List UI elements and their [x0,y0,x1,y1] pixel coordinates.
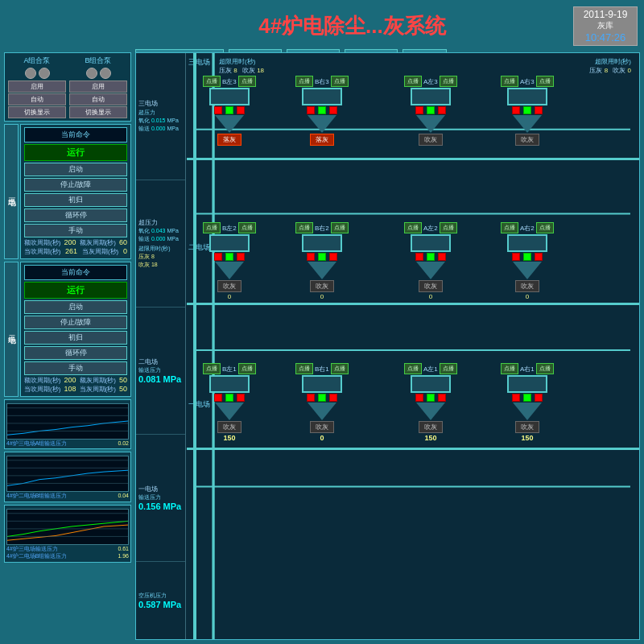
bl2-hopper [215,262,244,279]
pump-b-ind1 [86,68,97,79]
bl3-valves [203,106,256,114]
ar1-click[interactable]: 点播 [501,363,518,374]
pump-a-title: A组合泵 [8,56,66,66]
field3-btn-manual[interactable]: 手动 [24,224,127,237]
field3-btn-start[interactable]: 启动 [24,163,127,176]
bl3-valve2 [225,106,233,114]
pump-group-a: A组合泵 启用 自动 切换显示 [8,56,66,118]
bl2-click[interactable]: 点播 [203,222,221,233]
bl2-v1 [214,253,222,261]
pump-b-start[interactable]: 启用 [69,80,127,93]
chart2-svg [7,456,128,491]
field3-btn-col: 启动 停止/故障 初归 循环停 手动 [24,163,127,238]
bl1-play[interactable]: 点播 [238,363,256,374]
br2-play[interactable]: 点播 [331,222,349,233]
br2-btn[interactable]: 吹灰 [310,280,334,292]
br2-num: 0 [295,293,349,300]
br1-click[interactable]: 点播 [295,363,313,374]
field3-btn-loop[interactable]: 循环停 [24,208,127,222]
ar3-valves [501,106,554,114]
al1-btn[interactable]: 吹灰 [419,421,443,433]
hopper-b-left-2: 点播 B左2 点播 吹灰 0 [203,222,256,300]
ar3-action-btn[interactable]: 吹灰 [515,134,539,146]
al1-click[interactable]: 点播 [404,363,422,374]
pressure-1field: 一电场 输送压力 0.156 MPa [136,435,185,562]
bl3-click-btn[interactable]: 点播 [203,76,221,87]
br2-tank [302,234,342,252]
field1-pipe [187,448,639,450]
hopper-a-right-3: 点播 A右3 点播 吹灰 [501,76,554,147]
br1-hopper [308,402,336,420]
timing-row3-right: 超限用时(秒) 压灰 8 吹灰 0 [589,57,631,75]
pump-a-manual[interactable]: 切换显示 [8,106,66,118]
al2-btn[interactable]: 吹灰 [419,280,443,292]
pump-b-manual[interactable]: 切换显示 [69,106,127,118]
ar1-btn[interactable]: 吹灰 [515,421,539,433]
field2-btn-stop[interactable]: 停止/故障 [24,316,127,329]
al2-tank [411,234,451,252]
field2-btn-manual[interactable]: 手动 [24,361,127,375]
br3-click-btn[interactable]: 点播 [295,76,313,87]
bl2-play[interactable]: 点播 [238,222,256,233]
al1-v3 [438,394,446,402]
pump-a-auto[interactable]: 自动 [8,93,66,105]
bl1-btn[interactable]: 吹灰 [217,421,242,433]
br2-click[interactable]: 点播 [295,222,313,233]
pressure-3field: 三电场 超压力 氧化 0.015 MPa 输送 0.000 MPa [136,53,185,180]
br1-v2 [318,394,326,402]
ar2-btn[interactable]: 吹灰 [515,280,539,292]
al1-v1 [415,394,423,402]
al2-click[interactable]: 点播 [404,222,422,233]
date-display: 2011-9-19 [579,9,632,20]
ar2-click[interactable]: 点播 [501,222,518,233]
br3-hopper [308,115,336,133]
br2-valves [295,253,349,261]
al3-action-btn[interactable]: 吹灰 [419,134,443,146]
br1-play[interactable]: 点播 [331,363,349,374]
br2-header: 点播 B右2 点播 [295,222,349,233]
al3-hopper [416,115,445,133]
al1-play[interactable]: 点播 [440,363,457,374]
chart3-desc: 4#炉三电场输送压力 0.61 [6,546,129,552]
field2-param1: 额吹周期(秒)200 额灰周期(秒)50 [24,376,127,385]
bl3-name: B左3 [222,77,237,86]
chart2-desc: 4#炉二电场B组输送压力 0.04 [6,493,129,499]
field2-btn-start[interactable]: 启动 [24,300,127,314]
bl1-click[interactable]: 点播 [203,363,221,374]
field3-btn-init[interactable]: 初归 [24,193,127,207]
al1-name: A左1 [423,365,438,374]
ar3-header: 点播 A右3 点播 [501,76,554,87]
main-title: 4#炉电除尘...灰系统 [131,12,573,40]
pump-a-buttons: 启用 自动 切换显示 [8,80,66,118]
ar3-play-btn[interactable]: 点播 [536,76,554,87]
bl1-header: 点播 B左1 点播 [203,363,256,374]
al3-click-btn[interactable]: 点播 [404,76,422,87]
bl3-play-btn[interactable]: 点播 [238,76,256,87]
br1-btn[interactable]: 吹灰 [310,421,334,433]
bl2-btn[interactable]: 吹灰 [217,280,242,292]
ar1-play[interactable]: 点播 [536,363,554,374]
ar3-click-btn[interactable]: 点播 [501,76,518,87]
pump-section: A组合泵 启用 自动 切换显示 B组合泵 [4,52,131,122]
br1-tank [302,375,342,393]
al2-play[interactable]: 点播 [440,222,457,233]
pressure-2field: 二电场 输送压力 0.081 MPa [136,308,185,435]
bl3-action-btn[interactable]: 落灰 [217,134,242,146]
pump-b-auto[interactable]: 自动 [69,93,127,105]
al3-name: A左3 [423,77,438,86]
pressure-column: 三电场 超压力 氧化 0.015 MPa 输送 0.000 MPa 超压力 氧化… [136,53,186,639]
br3-play-btn[interactable]: 点播 [331,76,349,87]
ar1-v2 [523,394,531,402]
al3-play-btn[interactable]: 点播 [440,76,457,87]
field3-btn-stop[interactable]: 停止/故障 [24,178,127,192]
bl1-name: B左1 [222,365,237,374]
chart3 [6,509,129,545]
pump-a-start[interactable]: 启用 [8,80,66,93]
pump-b-indicators [69,68,127,79]
field2-btn-loop[interactable]: 循环停 [24,346,127,360]
br3-action-btn[interactable]: 落灰 [310,134,334,146]
ar2-play[interactable]: 点播 [536,222,554,233]
field2-btn-init[interactable]: 初归 [24,331,127,345]
ar2-tank [507,234,547,252]
al2-name: A左2 [423,224,438,233]
